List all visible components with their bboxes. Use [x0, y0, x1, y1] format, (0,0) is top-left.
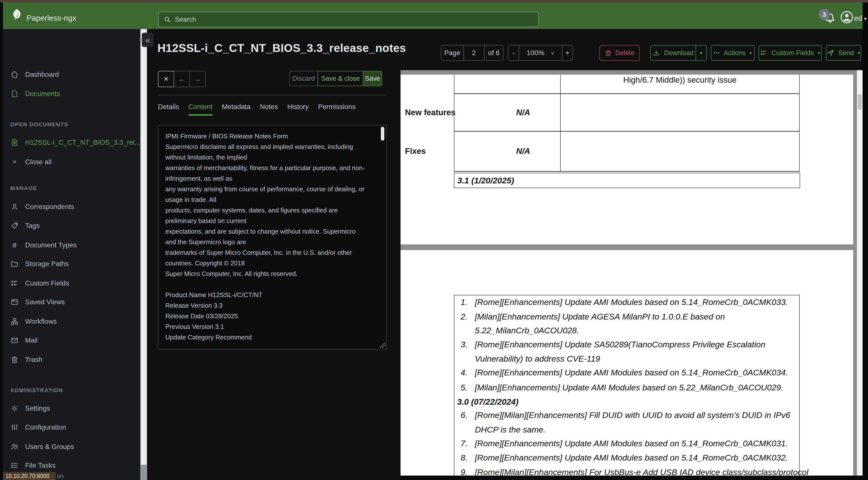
page-title: H12SSL-i_C_CT_NT_BIOS_3.3_release_notes — [157, 41, 406, 55]
tab-metadata[interactable]: Metadata — [222, 103, 251, 116]
pdf-list-text: [Rome][Enhancements] Update AMI Modules … — [475, 453, 788, 462]
sidebar-item-file-tasks[interactable]: File Tasks — [10, 460, 56, 471]
sidebar-item-label: Custom Fields — [25, 279, 69, 287]
sidebar-item-settings[interactable]: Settings — [10, 403, 50, 414]
sidebar-scrollbar-thumb[interactable] — [141, 29, 147, 465]
custom-fields-label: Custom Fields — [771, 49, 814, 57]
pdf-list-text: Vulnerability) to address CVE-119 — [475, 354, 600, 364]
tab-details[interactable]: Details — [158, 103, 179, 116]
tab-notes[interactable]: Notes — [260, 103, 278, 116]
workflows-icon — [10, 317, 19, 326]
pdf-row-label: New features — [405, 108, 456, 117]
sidebar-item-configuration[interactable]: Configuration — [10, 422, 66, 433]
pdf-list-text: [Milan][Enhancements] Update AGESA Milan… — [475, 312, 725, 322]
task-list-icon — [10, 461, 19, 470]
pdf-list-text: DHCP is the same. — [475, 425, 546, 434]
next-document-button[interactable]: → — [190, 71, 206, 87]
download-dropdown-button[interactable]: ▾ — [695, 45, 707, 61]
sidebar-item-label: File Tasks — [25, 461, 56, 470]
chevron-down-icon[interactable]: ▾ — [864, 16, 867, 22]
arrow-left-icon: ← — [178, 75, 186, 83]
page-number-input[interactable]: 2 — [463, 46, 485, 60]
save-and-close-button[interactable]: Save & close — [318, 71, 363, 86]
pdf-list-text: [Rome][Enhancements] Update SA50289(Tian… — [475, 340, 766, 349]
pdf-scrollbar-thumb[interactable] — [858, 94, 862, 110]
sidebar-item-label: Configuration — [25, 423, 66, 431]
pdf-version-text: 3.1 (1/20/2025) — [455, 176, 514, 185]
pdf-row-value: N/A — [516, 108, 530, 117]
download-button[interactable]: Download — [650, 45, 696, 61]
tab-content[interactable]: Content — [188, 103, 213, 116]
window-top-strip — [0, 0, 868, 2]
sidebar-item-users-groups[interactable]: Users & Groups — [10, 441, 74, 452]
pdf-cell-partial: High/6.7 Middle)) security issue — [561, 75, 799, 85]
resize-handle[interactable] — [380, 343, 385, 348]
sidebar-item-tags[interactable]: Tags — [10, 220, 40, 231]
sidebar-item-label: Dashboard — [25, 71, 59, 79]
pdf-list-text: [Rome][Enhancements] Update AMI Modules … — [475, 368, 788, 377]
pdf-scrollbar-track[interactable] — [857, 70, 863, 480]
pdf-list-text: [Milan][Enhancements] Update AMI Modules… — [475, 383, 783, 392]
zoom-out-button[interactable]: - — [508, 46, 519, 60]
sidebar-item-correspondents[interactable]: Correspondents — [10, 201, 74, 212]
discard-button[interactable]: Discard — [289, 71, 318, 86]
sidebar-item-label: Users & Groups — [25, 443, 74, 451]
open-documents-header: OPEN DOCUMENTS — [10, 121, 68, 128]
sidebar-item-mail[interactable]: Mail — [10, 335, 38, 346]
window-left-edge — [0, 2, 3, 480]
status-url-tooltip: 10.10.20.70:8000 — [3, 472, 56, 480]
sidebar-item-label: Settings — [25, 404, 50, 412]
sidebar-item-saved-views[interactable]: Saved Views — [10, 297, 65, 307]
zoom-control-group: - 100% ∨ + — [508, 45, 573, 61]
zoom-in-button[interactable]: + — [562, 46, 572, 60]
avatar[interactable] — [839, 10, 854, 25]
sidebar-item-storage-paths[interactable]: Storage Paths — [10, 259, 69, 269]
sidebar-item-custom-fields[interactable]: Custom Fields — [10, 278, 69, 289]
sidebar-item-workflows[interactable]: Workflows — [10, 316, 57, 327]
sidebar-item-close-all[interactable]: × Close all — [10, 156, 52, 168]
sidebar-item-label: H12SSL-i_C_CT_NT_BIOS_3.3_rel... — [25, 139, 140, 147]
close-document-button[interactable]: ✕ — [158, 71, 174, 87]
search-input[interactable] — [175, 16, 520, 24]
chevron-double-left-icon: « — [146, 35, 150, 45]
custom-fields-icon — [760, 49, 767, 57]
pdf-list-text: [Rome][Milan][Enhancements] For UsbBus-e… — [475, 468, 808, 476]
actions-button[interactable]: ••• Actions ▾ — [711, 45, 755, 61]
user-menu[interactable]: ed — [854, 14, 862, 22]
global-search[interactable] — [158, 12, 538, 27]
app-header: Paperless-ngx 3 ed ▾ — [3, 2, 863, 29]
home-icon — [10, 70, 19, 79]
content-scrollbar-thumb[interactable] — [381, 127, 384, 141]
caret-down-icon: ▾ — [749, 50, 752, 56]
zoom-value: 100% — [527, 49, 545, 57]
tag-icon — [10, 221, 19, 230]
delete-button[interactable]: Delete — [599, 45, 640, 61]
sidebar: Dashboard Documents OPEN DOCUMENTS H12SS… — [3, 29, 140, 480]
sidebar-item-document-types[interactable]: # Document Types — [10, 240, 77, 250]
sidebar-item-label: Saved Views — [25, 298, 65, 306]
pdf-version-bar: 3.1 (1/20/2025) — [454, 173, 800, 188]
tab-permissions[interactable]: Permissions — [318, 103, 355, 116]
sidebar-item-label: Correspondents — [25, 203, 74, 211]
trash-icon — [10, 355, 19, 364]
send-button[interactable]: Send ▾ — [826, 45, 861, 61]
tab-history[interactable]: History — [287, 103, 309, 116]
zoom-select[interactable]: 100% ∨ — [519, 46, 562, 60]
sidebar-item-documents[interactable]: Documents — [10, 88, 60, 99]
sidebar-item-open-document[interactable]: H12SSL-i_C_CT_NT_BIOS_3.3_rel... — [10, 137, 140, 148]
save-button[interactable]: Save — [363, 71, 382, 86]
collapse-panel-button[interactable]: « — [142, 33, 154, 47]
sidebar-item-dashboard[interactable]: Dashboard — [10, 69, 59, 80]
previous-document-button[interactable]: ← — [174, 71, 190, 87]
sidebar-item-trash[interactable]: Trash — [10, 354, 42, 365]
caret-down-icon: ▾ — [818, 50, 820, 56]
content-textarea[interactable]: IPMI Firmware / BIOS Release Notes Form … — [158, 125, 386, 349]
person-icon — [10, 203, 19, 211]
pdf-list-text: [Rome][Enhancements] Update AMI Modules … — [475, 297, 788, 307]
custom-fields-button[interactable]: Custom Fields ▾ — [758, 45, 822, 61]
sidebar-item-label: Storage Paths — [25, 260, 69, 268]
pdf-list-text: [Rome][Milan][Enhancements] Fill DUID wi… — [475, 410, 790, 420]
gear-icon — [10, 404, 19, 413]
content-editor: IPMI Firmware / BIOS Release Notes Form … — [158, 125, 387, 350]
pdf-row-label: Fixes — [405, 147, 426, 156]
